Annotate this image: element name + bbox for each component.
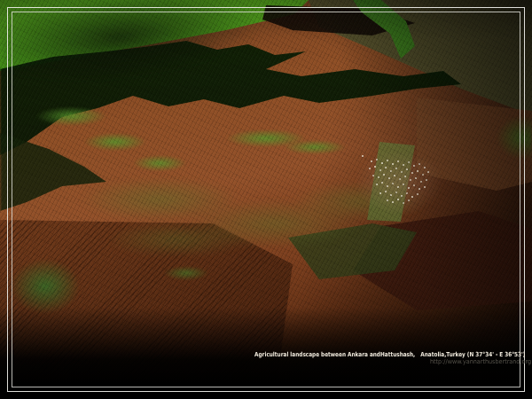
photo-frame-inner [12, 12, 520, 387]
caption-url: http://www.yannarthusbertrand.org [430, 359, 531, 366]
wallpaper: Agricultural landscape between Ankara an… [0, 0, 532, 399]
